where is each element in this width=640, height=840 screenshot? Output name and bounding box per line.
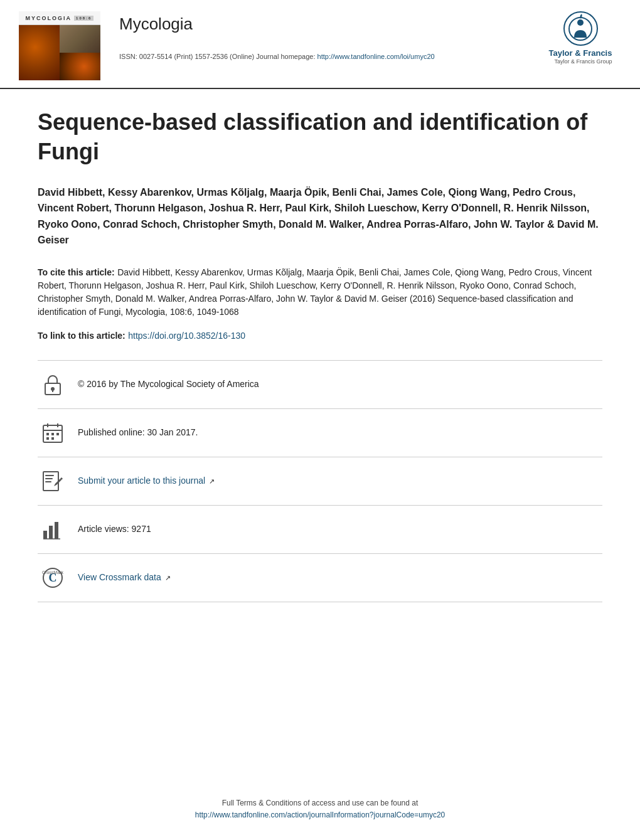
tf-brand-name: Taylor & Francis [549, 48, 612, 58]
edit-icon [38, 466, 68, 496]
cover-image-2 [60, 25, 100, 53]
page-wrapper: MYCOLOGIA 108:6 Mycologia ISSN: 0027-551… [0, 0, 640, 840]
svg-rect-13 [51, 437, 54, 440]
crossmark-row: C CrossMark View Crossmark data ↗ [38, 553, 602, 602]
link-section: To link to this article: https://doi.org… [38, 330, 602, 341]
link-label: To link to this article: [38, 331, 125, 341]
published-row: Published online: 30 Jan 2017. [38, 408, 602, 457]
crossmark-external-icon: ↗ [165, 573, 171, 583]
cover-image-3 [60, 53, 100, 80]
copyright-text: © 2016 by The Mycological Society of Ame… [78, 378, 259, 391]
article-title: Sequence-based classification and identi… [38, 108, 602, 167]
views-text: Article views: 9271 [78, 523, 151, 536]
svg-rect-15 [45, 475, 54, 476]
journal-title-area: Mycologia ISSN: 0027-5514 (Print) 1557-2… [107, 11, 540, 63]
info-rows: © 2016 by The Mycological Society of Ame… [38, 360, 602, 602]
views-row: Article views: 9271 [38, 505, 602, 553]
published-text: Published online: 30 Jan 2017. [78, 427, 198, 439]
cite-text: David Hibbett, Kessy Abarenkov, Urmas Kõ… [38, 267, 592, 317]
svg-rect-11 [56, 433, 59, 435]
journal-logo-area: MYCOLOGIA 108:6 [13, 11, 107, 80]
tf-logo-svg [568, 14, 593, 44]
calendar-icon [38, 418, 68, 448]
taylor-francis-logo: Taylor & Francis Taylor & Francis Group [540, 11, 621, 65]
footer-line1: Full Terms & Conditions of access and us… [0, 797, 640, 809]
copyright-row: © 2016 by The Mycological Society of Ame… [38, 360, 602, 408]
cite-label: To cite this article: [38, 267, 115, 277]
svg-rect-18 [43, 531, 47, 539]
submit-text[interactable]: Submit your article to this journal ↗ [78, 475, 215, 487]
lock-icon [38, 369, 68, 400]
svg-rect-20 [55, 522, 58, 539]
tf-text: Taylor & Francis Taylor & Francis Group [549, 48, 612, 65]
cover-top: MYCOLOGIA 108:6 [19, 11, 100, 25]
crossmark-text[interactable]: View Crossmark data ↗ [78, 572, 171, 584]
header: MYCOLOGIA 108:6 Mycologia ISSN: 0027-551… [0, 0, 640, 89]
footer: Full Terms & Conditions of access and us… [0, 797, 640, 821]
svg-rect-12 [46, 437, 49, 440]
svg-rect-19 [49, 526, 53, 539]
authors: David Hibbett, Kessy Abarenkov, Urmas Kõ… [38, 184, 602, 248]
tf-logo-icon [563, 11, 598, 46]
footer-link[interactable]: http://www.tandfonline.com/action/journa… [195, 811, 445, 819]
issn-line: ISSN: 0027-5514 (Print) 1557-2536 (Onlin… [119, 53, 527, 60]
cover-images [19, 25, 100, 80]
mycologia-cover: MYCOLOGIA 108:6 [19, 11, 100, 80]
journal-name: Mycologia [119, 14, 527, 34]
svg-rect-10 [51, 433, 54, 435]
journal-homepage-link[interactable]: http://www.tandfonline.com/loi/umyc20 [317, 53, 435, 60]
footer-line2: http://www.tandfonline.com/action/journa… [0, 809, 640, 821]
svg-rect-16 [45, 478, 53, 479]
submit-external-icon: ↗ [209, 477, 215, 486]
cite-section: To cite this article: David Hibbett, Kes… [38, 266, 602, 319]
submit-link[interactable]: Submit your article to this journal [78, 476, 205, 486]
chart-icon [38, 514, 68, 545]
cover-badge: 108:6 [74, 16, 93, 21]
svg-rect-9 [46, 433, 49, 435]
doi-link[interactable]: https://doi.org/10.3852/16-130 [128, 331, 245, 341]
crossmark-link[interactable]: View Crossmark data [78, 572, 161, 582]
svg-text:CrossMark: CrossMark [42, 570, 63, 575]
tf-sub-name: Taylor & Francis Group [549, 58, 612, 65]
svg-point-1 [577, 19, 584, 26]
crossmark-icon: C CrossMark [38, 563, 68, 593]
svg-rect-17 [45, 481, 51, 482]
cover-image-1 [19, 25, 60, 80]
submit-row: Submit your article to this journal ↗ [38, 457, 602, 505]
cover-title-text: MYCOLOGIA [26, 15, 72, 21]
main-content: Sequence-based classification and identi… [0, 89, 640, 627]
